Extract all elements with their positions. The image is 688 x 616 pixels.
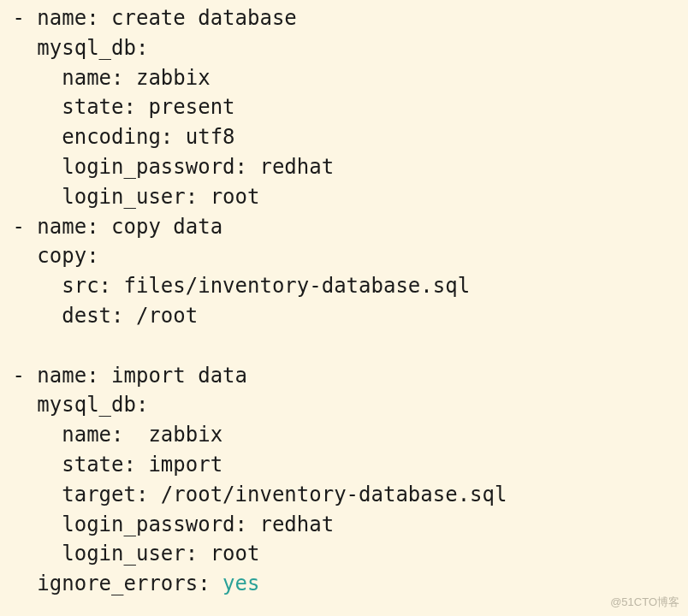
yaml-value: files/inventory-database.sql xyxy=(124,274,471,298)
yaml-key: name: xyxy=(37,215,98,239)
code-line: name: zabbix xyxy=(0,420,688,450)
yaml-key: state: xyxy=(62,95,136,119)
indent xyxy=(0,215,12,239)
indent xyxy=(0,483,62,506)
yaml-key: name: xyxy=(62,66,123,90)
yaml-dash: - xyxy=(12,215,37,239)
code-line: - name: import data xyxy=(0,361,688,391)
code-line: target: /root/inventory-database.sql xyxy=(0,480,688,510)
code-line: encoding: utf8 xyxy=(0,122,688,152)
yaml-key: src: xyxy=(62,274,111,298)
code-line: login_user: root xyxy=(0,539,688,569)
code-line: dest: /root xyxy=(0,301,688,331)
watermark-text: @51CTO博客 xyxy=(610,595,679,611)
yaml-key: state: xyxy=(62,453,136,477)
code-line: ignore_errors: yes xyxy=(0,569,688,599)
yaml-key: copy: xyxy=(37,244,98,268)
yaml-key: encoding: xyxy=(62,125,173,149)
indent xyxy=(0,6,12,30)
yaml-value: root xyxy=(211,185,260,209)
yaml-key: target: xyxy=(62,483,148,506)
yaml-key: login_password: xyxy=(62,155,247,179)
yaml-value: present xyxy=(148,95,234,119)
code-line: name: zabbix xyxy=(0,63,688,93)
code-line: src: files/inventory-database.sql xyxy=(0,271,688,301)
yaml-key: login_user: xyxy=(62,542,198,566)
yaml-value: redhat xyxy=(259,155,334,179)
yaml-key: mysql_db: xyxy=(37,36,148,60)
separator xyxy=(198,542,210,566)
separator xyxy=(99,6,111,30)
yaml-key: login_user: xyxy=(62,185,198,209)
yaml-code-block: - name: create database mysql_db: name: … xyxy=(0,0,688,599)
indent xyxy=(0,393,37,417)
separator xyxy=(124,423,149,447)
yaml-value: redhat xyxy=(259,512,334,536)
code-line: state: import xyxy=(0,450,688,480)
indent xyxy=(0,542,62,566)
separator xyxy=(247,512,259,536)
code-line: state: present xyxy=(0,92,688,122)
code-line: login_password: redhat xyxy=(0,510,688,540)
separator xyxy=(148,483,160,506)
code-line: copy: xyxy=(0,241,688,271)
yaml-dash: - xyxy=(12,364,37,388)
yaml-value: root xyxy=(211,542,260,566)
indent xyxy=(0,155,62,179)
indent xyxy=(0,125,62,149)
yaml-key: dest: xyxy=(62,304,123,328)
separator xyxy=(198,185,210,209)
separator xyxy=(99,215,111,239)
code-line: - name: copy data xyxy=(0,212,688,242)
yaml-value: zabbix xyxy=(136,66,211,90)
indent xyxy=(0,453,62,477)
indent xyxy=(0,512,62,536)
code-line: mysql_db: xyxy=(0,33,688,63)
indent xyxy=(0,304,62,328)
yaml-value: yes xyxy=(222,572,259,595)
yaml-value: zabbix xyxy=(148,423,222,447)
yaml-value: create database xyxy=(111,6,297,30)
code-line: - name: create database xyxy=(0,3,688,33)
separator xyxy=(173,125,185,149)
indent xyxy=(0,274,62,298)
separator xyxy=(247,155,259,179)
separator xyxy=(136,95,148,119)
yaml-value: /root/inventory-database.sql xyxy=(161,483,507,506)
indent xyxy=(0,423,62,447)
yaml-key: name: xyxy=(62,423,123,447)
separator xyxy=(124,66,136,90)
yaml-value: import xyxy=(148,453,222,477)
yaml-value: copy data xyxy=(111,215,222,239)
indent xyxy=(0,36,37,60)
yaml-key: ignore_errors: xyxy=(37,572,210,595)
yaml-key: name: xyxy=(37,6,98,30)
separator xyxy=(99,364,111,388)
separator xyxy=(111,274,123,298)
indent xyxy=(0,95,62,119)
indent xyxy=(0,572,37,595)
yaml-key: login_password: xyxy=(62,512,247,536)
indent xyxy=(0,364,12,388)
separator xyxy=(124,304,136,328)
code-line: login_password: redhat xyxy=(0,152,688,182)
yaml-key: name: xyxy=(37,364,98,388)
separator xyxy=(211,572,222,595)
yaml-dash: - xyxy=(12,6,37,30)
indent xyxy=(0,244,37,268)
code-line: login_user: root xyxy=(0,182,688,212)
yaml-key: mysql_db: xyxy=(37,393,148,417)
yaml-value: /root xyxy=(136,304,198,328)
yaml-value: utf8 xyxy=(186,125,235,149)
separator xyxy=(136,453,148,477)
code-line: mysql_db: xyxy=(0,390,688,420)
indent xyxy=(0,66,62,90)
yaml-value: import data xyxy=(111,364,247,388)
indent xyxy=(0,185,62,209)
code-line xyxy=(0,331,688,361)
